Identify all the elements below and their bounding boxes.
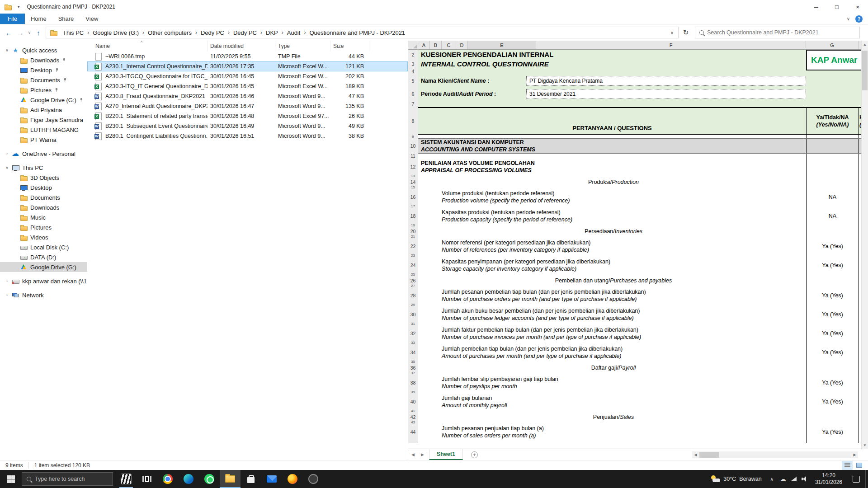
back-button[interactable]: ← xyxy=(3,27,14,38)
file-row[interactable]: ~WRL0066.tmp 11/02/2025 9:55 TMP File 44… xyxy=(87,52,408,61)
column-header-type[interactable]: Type xyxy=(275,41,330,52)
file-row[interactable]: A230.3-ITQ_IT General Questionnaire_DK..… xyxy=(87,81,408,91)
mail-app-icon[interactable] xyxy=(261,470,282,488)
breadcrumb-item[interactable]: Dedy PC › xyxy=(231,27,263,38)
sidebar-item-data-d[interactable]: DATA (D:) xyxy=(0,252,87,262)
file-row[interactable]: A270_Internal Audit Questionnaire_DKP2..… xyxy=(87,101,408,111)
sidebar-item-luthfi-magang[interactable]: LUTHFI MAGANG xyxy=(0,125,87,135)
sidebar-item-3d-objects[interactable]: 3D Objects xyxy=(0,173,87,183)
file-row[interactable]: B280.1_Contingent Liabilities Questionn.… xyxy=(87,131,408,141)
sidebar-item-quick-access[interactable]: ∨ Quick access xyxy=(0,45,87,55)
breadcrumb-item[interactable]: Other computers › xyxy=(145,27,198,38)
ribbon-tab[interactable]: View xyxy=(80,14,104,24)
scroll-down-icon[interactable]: ▼ xyxy=(862,441,868,449)
qat-dropdown-icon[interactable]: ▾ xyxy=(18,5,20,9)
sidebar-item-onedrive[interactable]: › OneDrive - Personal xyxy=(0,149,87,159)
maximize-button[interactable]: □ xyxy=(826,0,847,14)
vscroll-thumb[interactable] xyxy=(862,51,868,90)
window-icon[interactable] xyxy=(4,3,11,10)
edge-icon[interactable] xyxy=(178,470,199,488)
file-row[interactable]: B230.1_Subsequent Event Questionnaire_..… xyxy=(87,121,408,131)
breadcrumb-item[interactable]: Dedy PC › xyxy=(198,27,231,38)
refresh-icon[interactable]: ↻ xyxy=(680,27,692,38)
column-header-size[interactable]: Size xyxy=(330,41,369,52)
sidebar-item-pc-desktop[interactable]: Desktop xyxy=(0,183,87,192)
breadcrumb-chevron-icon[interactable]: › xyxy=(86,29,90,36)
forward-button[interactable]: → xyxy=(14,27,26,38)
breadcrumb-chevron-icon[interactable]: › xyxy=(303,29,307,36)
start-button[interactable] xyxy=(0,470,22,488)
chrome-icon[interactable] xyxy=(157,470,178,488)
sidebar-item-documents[interactable]: Documents xyxy=(0,75,87,85)
show-desktop-button[interactable] xyxy=(865,470,868,488)
breadcrumb-item[interactable]: DKP › xyxy=(263,27,284,38)
address-field[interactable]: This PC › Google Drive (G:) › Other comp… xyxy=(46,27,679,38)
tree-chevron-icon[interactable]: › xyxy=(4,151,10,156)
breadcrumb-chevron-icon[interactable]: › xyxy=(281,29,284,36)
sidebar-item-network[interactable]: › Network xyxy=(0,290,87,300)
firefox-icon[interactable] xyxy=(282,470,303,488)
breadcrumb-chevron-icon[interactable]: › xyxy=(142,29,145,36)
file-row[interactable]: A230.8_Fraud Questionnaire_DKP2021 30/01… xyxy=(87,91,408,101)
expand-ribbon-icon[interactable]: ∨ xyxy=(847,16,850,21)
horizontal-scrollbar[interactable]: ◀ ▶ xyxy=(692,451,858,458)
file-row[interactable]: A230.3-ITGCQ_Questionnaire for ITGC_DK..… xyxy=(87,71,408,81)
vertical-scrollbar[interactable]: ▲ ▼ xyxy=(861,41,868,449)
taskbar-clock[interactable]: 14:20 31/01/2026 xyxy=(810,472,847,486)
ribbon-tab[interactable]: Share xyxy=(52,14,80,24)
sidebar-item-pictures[interactable]: Pictures xyxy=(0,85,87,95)
sidebar-item-network-drive[interactable]: › kkp anwar dan rekan (\\1 xyxy=(0,276,87,286)
thumbnails-view-button[interactable] xyxy=(854,461,864,470)
hidden-icons-chevron-icon[interactable]: ∧ xyxy=(766,477,778,482)
file-row[interactable]: A230.1_Internal Control Questionnaire_D.… xyxy=(87,61,408,71)
hscroll-thumb[interactable] xyxy=(699,452,719,458)
close-button[interactable]: × xyxy=(847,0,868,14)
sheet-prev-icon[interactable]: ◀ xyxy=(408,452,418,457)
help-icon[interactable]: ? xyxy=(855,15,863,23)
sheet-tab-sheet1[interactable]: Sheet1 xyxy=(429,449,463,460)
sidebar-item-pc-downloads[interactable]: Downloads xyxy=(0,202,87,212)
breadcrumb-item[interactable]: Questionnaire and PMPJ - DKP2021 › xyxy=(307,27,408,38)
volume-icon[interactable] xyxy=(799,470,810,488)
sidebar-item-this-pc[interactable]: ∨ This PC xyxy=(0,163,87,173)
add-sheet-icon[interactable]: + xyxy=(471,451,478,458)
app-icon[interactable] xyxy=(303,470,324,488)
scroll-left-icon[interactable]: ◀ xyxy=(692,453,699,457)
onedrive-tray-icon[interactable]: ☁ xyxy=(778,470,788,488)
action-center-button[interactable] xyxy=(847,470,865,488)
sidebar-item-local-disk-c[interactable]: Local Disk (C:) xyxy=(0,242,87,252)
column-header-name[interactable]: ^ Name xyxy=(87,41,208,52)
ribbon-tab[interactable]: Home xyxy=(25,14,52,24)
file-explorer-icon[interactable] xyxy=(220,470,241,488)
sidebar-item-figar-jaya-samudra[interactable]: Figar Jaya Samudra xyxy=(0,115,87,125)
scroll-up-icon[interactable]: ▲ xyxy=(862,41,868,48)
tree-chevron-icon[interactable]: › xyxy=(4,279,10,283)
search-input[interactable] xyxy=(707,29,855,36)
details-view-button[interactable] xyxy=(842,461,853,470)
sidebar-item-pc-documents[interactable]: Documents xyxy=(0,192,87,202)
breadcrumb-item[interactable]: This PC › xyxy=(60,27,90,38)
file-row[interactable]: B220.1_Statement of related party transa… xyxy=(87,111,408,121)
tree-chevron-icon[interactable]: ∨ xyxy=(4,48,10,52)
breadcrumb-chevron-icon[interactable]: › xyxy=(194,29,198,36)
photos-app-icon[interactable] xyxy=(116,470,137,488)
breadcrumb-chevron-icon[interactable]: › xyxy=(259,29,263,36)
breadcrumb-chevron-icon[interactable]: › xyxy=(227,29,231,36)
breadcrumb-item[interactable]: Audit › xyxy=(284,27,307,38)
column-header-date-modified[interactable]: Date modified xyxy=(208,41,275,52)
sidebar-item-desktop[interactable]: Desktop xyxy=(0,65,87,75)
task-view-icon[interactable] xyxy=(137,470,157,488)
taskbar-search-input[interactable] xyxy=(35,476,108,482)
up-button[interactable]: ↑ xyxy=(33,27,44,38)
scroll-right-icon[interactable]: ▶ xyxy=(851,453,858,457)
minimize-button[interactable]: ─ xyxy=(806,0,826,14)
tab-file[interactable]: File xyxy=(0,14,25,24)
sidebar-item-music[interactable]: Music xyxy=(0,212,87,222)
network-icon[interactable] xyxy=(788,470,799,488)
sidebar-item-adi-priyatna[interactable]: Adi Priyatna xyxy=(0,105,87,115)
tree-chevron-icon[interactable]: ∨ xyxy=(4,165,10,170)
whatsapp-icon[interactable] xyxy=(199,470,220,488)
sidebar-item-pc-pictures[interactable]: Pictures xyxy=(0,222,87,232)
sidebar-item-videos[interactable]: Videos xyxy=(0,232,87,242)
sheet-next-icon[interactable]: ▶ xyxy=(418,452,427,457)
